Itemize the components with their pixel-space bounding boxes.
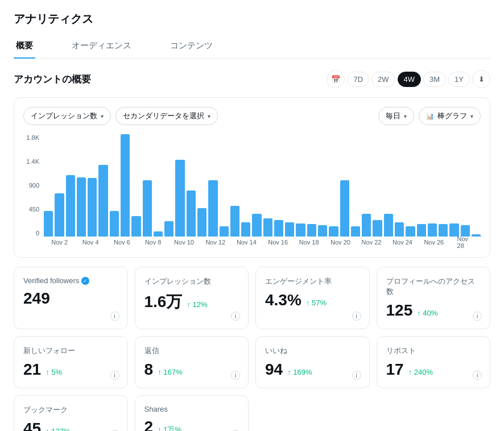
metric-verified-followers: Verified followers ✓ 249 i bbox=[14, 267, 128, 329]
bar-group bbox=[175, 134, 184, 237]
bar-group bbox=[98, 134, 108, 237]
bar-group bbox=[263, 134, 272, 237]
bar-group bbox=[187, 134, 196, 237]
metric-replies: 返信 8 ↑ 167% i bbox=[135, 336, 249, 388]
info-icon[interactable]: i bbox=[473, 371, 482, 380]
info-icon[interactable]: i bbox=[473, 312, 482, 321]
frequency-dropdown[interactable]: 毎日 ▾ bbox=[378, 107, 414, 125]
metric-label: エンゲージメント率 bbox=[265, 276, 360, 287]
x-axis-label: Nov 6 bbox=[114, 239, 130, 246]
chart-area: インプレッション数 ▾ セカンダリデータを選択 ▾ 毎日 ▾ 📊 棒グラフ ▾ … bbox=[14, 97, 490, 258]
bar bbox=[44, 211, 53, 237]
download-btn[interactable]: ⬇ bbox=[472, 70, 490, 88]
x-axis-label: Nov 8 bbox=[145, 239, 162, 246]
info-icon[interactable]: i bbox=[231, 371, 240, 380]
bar-group bbox=[472, 134, 481, 237]
chart-controls-right: 毎日 ▾ 📊 棒グラフ ▾ bbox=[378, 107, 481, 125]
metric-change: ↑ 169% bbox=[287, 368, 312, 376]
metrics-row-2: 新しいフォロー 21 ↑ 5% i 返信 8 ↑ 167% i いいね 94 ↑… bbox=[14, 336, 490, 388]
2w-btn[interactable]: 2W bbox=[371, 72, 395, 87]
bar-group bbox=[154, 134, 163, 237]
bar bbox=[329, 226, 338, 237]
metrics-row-1: Verified followers ✓ 249 i インプレッション数 1.6… bbox=[14, 267, 490, 329]
info-icon[interactable]: i bbox=[352, 371, 361, 380]
bar bbox=[55, 193, 64, 237]
metric-likes: いいね 94 ↑ 169% i bbox=[255, 336, 370, 388]
bar bbox=[340, 180, 349, 237]
metric-label: ブックマーク bbox=[23, 405, 118, 415]
3m-btn[interactable]: 3M bbox=[423, 72, 446, 87]
bar bbox=[220, 226, 229, 237]
bar bbox=[307, 224, 316, 237]
x-axis-labels: Nov 2Nov 4Nov 6Nov 8Nov 10Nov 12Nov 14No… bbox=[44, 237, 481, 248]
bar-group bbox=[395, 134, 404, 237]
y-axis-labels: 1.8K 1.4K 900 450 0 bbox=[23, 134, 42, 237]
primary-dropdown[interactable]: インプレッション数 ▾ bbox=[23, 107, 111, 125]
bars-container bbox=[44, 134, 481, 237]
chart-type-dropdown[interactable]: 📊 棒グラフ ▾ bbox=[419, 107, 481, 125]
info-icon[interactable]: i bbox=[231, 312, 240, 321]
info-icon[interactable]: i bbox=[352, 312, 361, 321]
bar bbox=[77, 177, 86, 237]
metric-value: 17 ↑ 240% bbox=[386, 360, 481, 379]
metric-label: 返信 bbox=[144, 346, 239, 356]
metric-change: ↑ 12% bbox=[187, 300, 207, 309]
bar bbox=[131, 216, 141, 237]
metric-change: ↑ 57% bbox=[306, 299, 327, 307]
bar-group bbox=[329, 134, 338, 237]
x-axis-label: Nov 12 bbox=[205, 239, 225, 246]
bar-group bbox=[241, 134, 250, 237]
bar-group bbox=[143, 134, 152, 237]
metric-value: 2 ↑ 1万% bbox=[144, 418, 239, 431]
metric-label: リポスト bbox=[386, 346, 481, 356]
bar-group bbox=[252, 134, 261, 237]
chart-controls-left: インプレッション数 ▾ セカンダリデータを選択 ▾ bbox=[23, 107, 218, 125]
x-axis-label: Nov 4 bbox=[82, 239, 99, 246]
bar bbox=[417, 224, 426, 237]
bar-group bbox=[428, 134, 437, 237]
bar-group bbox=[417, 134, 426, 237]
tab-overview[interactable]: 概要 bbox=[14, 36, 35, 58]
bar-group bbox=[351, 134, 360, 237]
bar bbox=[197, 208, 206, 237]
bar bbox=[88, 178, 97, 237]
tab-content[interactable]: コンテンツ bbox=[168, 36, 215, 58]
bar-chart-icon: 📊 bbox=[426, 113, 434, 120]
calendar-btn[interactable]: 📅 bbox=[327, 70, 345, 88]
metric-profile-visits: プロフィールへのアクセス数 125 ↑ 40% i bbox=[377, 267, 491, 329]
metric-label: インプレッション数 bbox=[144, 276, 239, 287]
bar-group bbox=[274, 134, 283, 237]
x-axis-label: Nov 14 bbox=[237, 239, 257, 246]
bar bbox=[351, 226, 360, 237]
bar-group bbox=[318, 134, 327, 237]
metric-value: 21 ↑ 5% bbox=[23, 360, 118, 379]
bar bbox=[263, 218, 272, 237]
bar-group bbox=[164, 134, 173, 237]
chart-wrapper: 1.8K 1.4K 900 450 0 Nov 2Nov 4Nov 6Nov 8… bbox=[23, 134, 481, 248]
bar bbox=[296, 223, 305, 237]
bar-group bbox=[88, 134, 97, 237]
metric-change: ↑ 5% bbox=[46, 368, 62, 376]
bar-group bbox=[77, 134, 86, 237]
bar-group bbox=[296, 134, 305, 237]
bar bbox=[154, 231, 163, 237]
metric-new-followers: 新しいフォロー 21 ↑ 5% i bbox=[14, 336, 128, 388]
metric-impressions: インプレッション数 1.6万 ↑ 12% i bbox=[135, 267, 249, 329]
1y-btn[interactable]: 1Y bbox=[448, 72, 470, 87]
bar-group bbox=[307, 134, 316, 237]
7d-btn[interactable]: 7D bbox=[347, 72, 369, 87]
4w-btn[interactable]: 4W bbox=[398, 72, 422, 87]
bar bbox=[274, 220, 283, 237]
secondary-dropdown[interactable]: セカンダリデータを選択 ▾ bbox=[115, 107, 218, 125]
bar-group bbox=[208, 134, 217, 237]
metric-label: 新しいフォロー bbox=[23, 346, 118, 356]
x-axis-label: Nov 18 bbox=[299, 239, 319, 246]
bar bbox=[318, 225, 327, 237]
info-icon[interactable]: i bbox=[110, 312, 119, 321]
metric-engagement: エンゲージメント率 4.3% ↑ 57% i bbox=[255, 267, 370, 329]
bar bbox=[98, 165, 108, 237]
chevron-down-icon: ▾ bbox=[101, 113, 104, 119]
tab-audience[interactable]: オーディエンス bbox=[69, 36, 134, 58]
info-icon[interactable]: i bbox=[110, 371, 119, 380]
metric-bookmarks: ブックマーク 45 ↑ 137% i bbox=[14, 395, 128, 431]
